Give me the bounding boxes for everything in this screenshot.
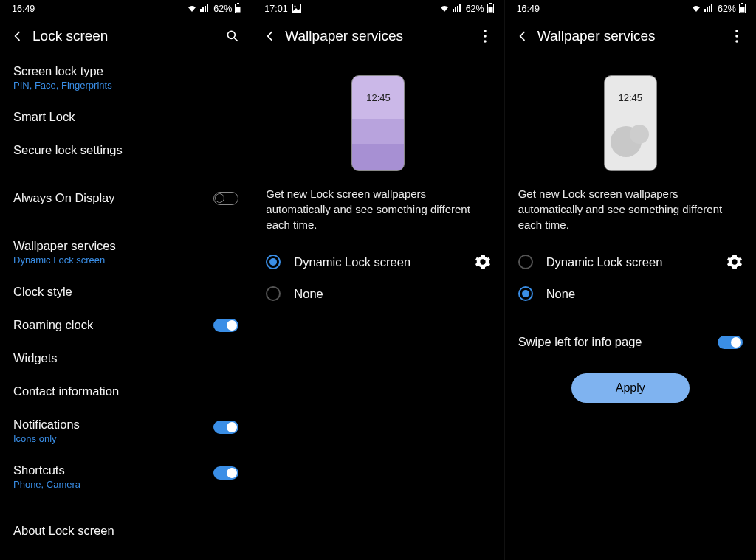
radio-button[interactable] <box>266 255 281 269</box>
item-label: Contact information <box>13 384 238 398</box>
phone-preview: 12:45 <box>252 55 504 186</box>
svg-rect-11 <box>453 9 454 12</box>
radio-dynamic-lock-screen[interactable]: Dynamic Lock screen <box>505 246 756 278</box>
item-smart-lock[interactable]: Smart Lock <box>0 100 252 134</box>
svg-point-18 <box>484 30 487 32</box>
item-label: Swipe left for info page <box>518 335 718 349</box>
svg-point-20 <box>484 40 487 43</box>
item-sub: Phone, Camera <box>13 479 213 490</box>
item-swipe-info-page[interactable]: Swipe left for info page <box>505 325 756 359</box>
back-button[interactable] <box>260 26 281 46</box>
item-label: Wallpaper services <box>13 239 238 253</box>
battery-icon <box>235 3 241 15</box>
search-button[interactable] <box>221 24 244 48</box>
wifi-icon <box>691 4 701 14</box>
back-button[interactable] <box>7 26 28 46</box>
gear-icon[interactable] <box>475 254 491 270</box>
radio-button[interactable] <box>518 286 533 301</box>
signal-icon <box>200 4 210 14</box>
header: Lock screen <box>0 18 252 55</box>
apply-button[interactable]: Apply <box>571 373 690 403</box>
item-label: Clock style <box>13 285 238 299</box>
svg-rect-3 <box>207 4 208 12</box>
radio-label: None <box>294 287 490 301</box>
item-label: Roaming clock <box>13 318 213 332</box>
item-clock-style[interactable]: Clock style <box>0 275 252 308</box>
toggle-swipe-info[interactable] <box>718 336 743 349</box>
svg-rect-21 <box>704 9 706 12</box>
button-label: Apply <box>616 381 645 395</box>
pane-wallpaper-services-dynamic: 17:01 62% Wallpaper services 12:45 Get n… <box>252 0 504 560</box>
svg-rect-6 <box>236 7 241 13</box>
toggle-aod[interactable] <box>213 192 238 205</box>
radio-label: Dynamic Lock screen <box>546 255 726 269</box>
item-label: Screen lock type <box>13 64 238 78</box>
preview-clock: 12:45 <box>352 92 404 103</box>
item-secure-lock-settings[interactable]: Secure lock settings <box>0 134 252 167</box>
svg-rect-1 <box>202 7 204 12</box>
description-text: Get new Lock screen wallpapers automatic… <box>252 186 504 232</box>
status-time: 16:49 <box>12 4 35 14</box>
status-time: 16:49 <box>517 4 540 14</box>
radio-dynamic-lock-screen[interactable]: Dynamic Lock screen <box>252 246 504 278</box>
wifi-icon <box>439 4 450 14</box>
svg-rect-27 <box>740 7 744 13</box>
item-notifications[interactable]: Notifications Icons only <box>0 408 252 454</box>
svg-rect-12 <box>455 7 456 12</box>
item-label: Secure lock settings <box>13 143 238 157</box>
item-shortcuts[interactable]: Shortcuts Phone, Camera <box>0 454 252 499</box>
signal-icon <box>704 4 715 14</box>
toggle-roaming[interactable] <box>213 319 238 332</box>
item-roaming-clock[interactable]: Roaming clock <box>0 308 252 342</box>
toggle-notifications[interactable] <box>213 421 238 434</box>
svg-rect-14 <box>459 4 461 12</box>
pane-lock-screen: 16:49 62% Lock screen Screen lock type P… <box>0 0 252 560</box>
svg-rect-17 <box>488 7 492 13</box>
svg-rect-13 <box>457 6 458 12</box>
back-button[interactable] <box>512 26 533 46</box>
status-bar: 16:49 62% <box>505 0 756 18</box>
radio-none[interactable]: None <box>252 278 504 309</box>
item-label: Notifications <box>13 418 213 432</box>
battery-icon <box>739 3 746 15</box>
header: Wallpaper services <box>252 18 504 55</box>
preview-clock: 12:45 <box>605 92 656 103</box>
svg-rect-24 <box>711 4 712 12</box>
gear-icon[interactable] <box>726 254 743 270</box>
toggle-shortcuts[interactable] <box>213 466 238 480</box>
radio-none[interactable]: None <box>505 278 756 309</box>
svg-rect-0 <box>200 9 202 12</box>
svg-point-10 <box>294 5 295 7</box>
status-bar: 17:01 62% <box>252 0 504 18</box>
battery-icon <box>487 3 494 15</box>
item-label: Shortcuts <box>13 463 213 477</box>
battery-text: 62% <box>718 4 736 14</box>
item-screen-lock-type[interactable]: Screen lock type PIN, Face, Fingerprints <box>0 55 252 100</box>
item-label: Widgets <box>13 351 238 365</box>
page-title: Lock screen <box>32 28 108 44</box>
item-sub: PIN, Face, Fingerprints <box>13 80 238 91</box>
wifi-icon <box>187 4 197 14</box>
svg-point-29 <box>735 35 738 38</box>
item-label: Smart Lock <box>13 110 238 124</box>
more-button[interactable] <box>473 24 497 48</box>
svg-point-19 <box>484 35 487 38</box>
item-label: Always On Display <box>13 191 213 205</box>
svg-point-7 <box>228 31 236 38</box>
item-about-lock-screen[interactable]: About Lock screen <box>0 514 252 547</box>
radio-button[interactable] <box>266 286 281 301</box>
item-always-on-display[interactable]: Always On Display <box>0 182 252 215</box>
item-widgets[interactable]: Widgets <box>0 342 252 375</box>
item-contact-information[interactable]: Contact information <box>0 375 252 408</box>
pane-wallpaper-services-none: 16:49 62% Wallpaper services 12:45 Get n… <box>504 0 756 560</box>
svg-rect-2 <box>205 6 206 12</box>
item-wallpaper-services[interactable]: Wallpaper services Dynamic Lock screen <box>0 229 252 275</box>
page-title: Wallpaper services <box>285 28 403 44</box>
signal-icon <box>453 4 463 14</box>
svg-point-28 <box>735 30 738 32</box>
battery-text: 62% <box>213 4 232 14</box>
phone-preview: 12:45 <box>505 55 756 186</box>
radio-button[interactable] <box>518 255 533 269</box>
svg-rect-22 <box>707 7 708 12</box>
more-button[interactable] <box>725 24 749 48</box>
